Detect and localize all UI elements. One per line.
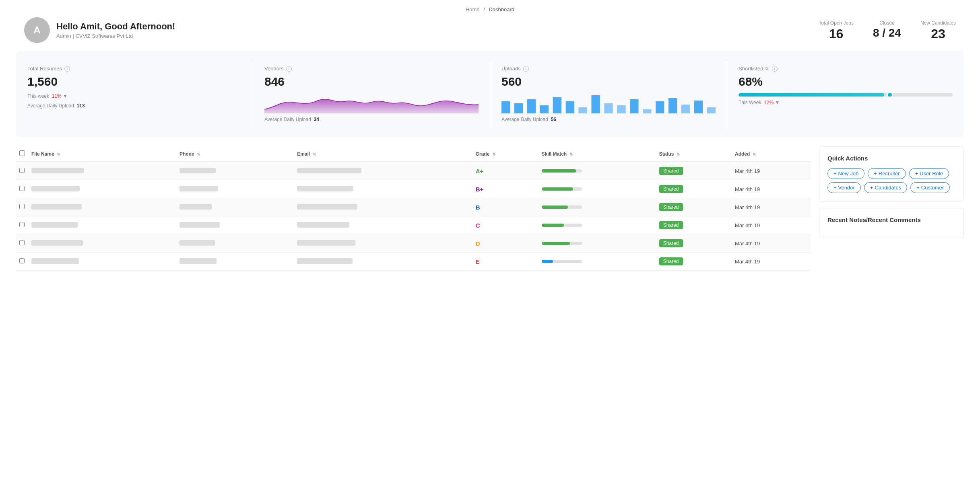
stat-closed: Closed 8 / 24 bbox=[873, 20, 901, 39]
cell-status-4[interactable]: Shared bbox=[656, 234, 732, 253]
stat-new-candidates: New Candidates 23 bbox=[920, 20, 956, 40]
svg-rect-3 bbox=[540, 105, 549, 113]
col-filename[interactable]: File Name ⇅ bbox=[28, 146, 176, 162]
cell-status-5[interactable]: Shared bbox=[656, 253, 732, 271]
row-checkbox-input-1[interactable] bbox=[19, 186, 25, 191]
cell-date-4: Mar 4th 19 bbox=[732, 234, 811, 253]
avatar: A bbox=[24, 17, 50, 43]
metric-info-icon-1[interactable]: i bbox=[286, 66, 292, 72]
metric-info-icon-3[interactable]: i bbox=[772, 66, 778, 72]
header-info: Hello Amit, Good Afternoon! Admin | CVVi… bbox=[56, 21, 175, 39]
metric-footer-3: This Week 12% ▼ bbox=[739, 100, 953, 105]
cell-filename-3 bbox=[28, 216, 176, 234]
metric-uploads: Uploads i 560 bbox=[490, 59, 727, 129]
stat-label-2: New Candidates bbox=[920, 20, 956, 26]
cell-email-4 bbox=[294, 234, 472, 253]
col-phone[interactable]: Phone ⇅ bbox=[176, 146, 294, 162]
table-row: B+ Shared Mar 4th 19 bbox=[16, 180, 811, 198]
cell-filename-2 bbox=[28, 198, 176, 216]
header: A Hello Amit, Good Afternoon! Admin | CV… bbox=[8, 17, 972, 43]
btn-candidates[interactable]: + Candidates bbox=[864, 182, 907, 193]
cell-filename-0 bbox=[28, 162, 176, 180]
cell-status-2[interactable]: Shared bbox=[656, 198, 732, 216]
cell-email-0 bbox=[294, 162, 472, 180]
plus-icon: + bbox=[915, 171, 918, 177]
cell-status-3[interactable]: Shared bbox=[656, 216, 732, 234]
recent-notes-card: Recent Notes/Recent Comments bbox=[819, 208, 964, 238]
quick-actions-title: Quick Actions bbox=[827, 155, 955, 162]
svg-rect-16 bbox=[707, 107, 716, 113]
col-grade[interactable]: Grade ⇅ bbox=[472, 146, 538, 162]
breadcrumb-home[interactable]: Home bbox=[466, 6, 480, 12]
cell-email-2 bbox=[294, 198, 472, 216]
metric-vendors: Vendors i 846 Average Daily Uplo bbox=[253, 59, 490, 129]
cell-date-5: Mar 4th 19 bbox=[732, 253, 811, 271]
metric-footer-0: This week 11% ▼ bbox=[27, 93, 241, 99]
row-checkbox-input-3[interactable] bbox=[19, 222, 25, 227]
cell-filename-4 bbox=[28, 234, 176, 253]
row-checkbox-1[interactable] bbox=[16, 180, 28, 198]
plus-icon: + bbox=[834, 171, 837, 177]
svg-rect-9 bbox=[617, 105, 625, 113]
shortlisted-progress bbox=[739, 93, 953, 97]
select-all-col[interactable] bbox=[16, 146, 28, 162]
svg-rect-6 bbox=[579, 107, 587, 113]
header-left: A Hello Amit, Good Afternoon! Admin | CV… bbox=[24, 17, 175, 43]
metric-title-2: Uploads i bbox=[501, 66, 716, 72]
plus-icon: + bbox=[834, 185, 837, 191]
btn-user-role[interactable]: + User Role bbox=[909, 168, 949, 179]
btn-recruiter[interactable]: + Recruiter bbox=[868, 168, 906, 179]
cell-email-5 bbox=[294, 253, 472, 271]
metric-title-0: Total Resumes i bbox=[27, 66, 241, 72]
btn-vendor[interactable]: + Vendor bbox=[827, 182, 861, 193]
week-change-3: 12% bbox=[764, 100, 774, 105]
plus-icon: + bbox=[874, 171, 877, 177]
btn-new-job[interactable]: + New Job bbox=[827, 168, 864, 179]
breadcrumb-current: Dashboard bbox=[489, 6, 514, 12]
svg-rect-4 bbox=[553, 97, 561, 113]
greeting-text: Hello Amit, Good Afternoon! bbox=[56, 21, 175, 32]
cell-status-1[interactable]: Shared bbox=[656, 180, 732, 198]
header-subtitle: Admin | CVViZ Softwares Pvt Ltd bbox=[56, 33, 175, 39]
page-wrapper: Home / Dashboard A Hello Amit, Good Afte… bbox=[0, 0, 980, 485]
svg-rect-8 bbox=[604, 103, 613, 113]
metric-value-1: 846 bbox=[264, 75, 479, 88]
row-checkbox-2[interactable] bbox=[16, 198, 28, 216]
metric-shortlisted: Shortlisted % i 68% This Week 12% ▼ bbox=[727, 59, 964, 129]
svg-rect-11 bbox=[643, 109, 651, 113]
cell-grade-4: D bbox=[472, 234, 538, 253]
metric-value-3: 68% bbox=[739, 75, 953, 88]
cell-skill-4 bbox=[538, 234, 656, 253]
cell-skill-5 bbox=[538, 253, 656, 271]
row-checkbox-3[interactable] bbox=[16, 216, 28, 234]
metric-info-icon-2[interactable]: i bbox=[523, 66, 529, 72]
cell-status-0[interactable]: Shared bbox=[656, 162, 732, 180]
row-checkbox-input-4[interactable] bbox=[19, 240, 25, 245]
row-checkbox-0[interactable] bbox=[16, 162, 28, 180]
resume-table: File Name ⇅ Phone ⇅ Email ⇅ Grade ⇅ Skil… bbox=[16, 146, 811, 271]
svg-rect-13 bbox=[668, 98, 677, 113]
action-buttons-container: + New Job+ Recruiter+ User Role+ Vendor+… bbox=[827, 168, 955, 193]
col-email[interactable]: Email ⇅ bbox=[294, 146, 472, 162]
row-checkbox-input-2[interactable] bbox=[19, 204, 25, 209]
cell-phone-0 bbox=[176, 162, 294, 180]
row-checkbox-4[interactable] bbox=[16, 234, 28, 253]
row-checkbox-input-5[interactable] bbox=[19, 258, 25, 263]
col-status[interactable]: Status ⇅ bbox=[656, 146, 732, 162]
stat-value-1: 8 / 24 bbox=[873, 27, 901, 39]
svg-rect-0 bbox=[501, 101, 510, 113]
svg-rect-7 bbox=[591, 95, 600, 113]
select-all-checkbox[interactable] bbox=[19, 150, 25, 156]
metric-value-2: 560 bbox=[501, 75, 716, 88]
cell-email-1 bbox=[294, 180, 472, 198]
btn-customer[interactable]: + Customer bbox=[910, 182, 950, 193]
row-checkbox-5[interactable] bbox=[16, 253, 28, 271]
cell-grade-2: B bbox=[472, 198, 538, 216]
row-checkbox-input-0[interactable] bbox=[19, 168, 25, 173]
cell-phone-3 bbox=[176, 216, 294, 234]
svg-rect-10 bbox=[630, 99, 638, 113]
cell-date-1: Mar 4th 19 bbox=[732, 180, 811, 198]
col-added[interactable]: Added ⇅ bbox=[732, 146, 811, 162]
col-skillmatch[interactable]: Skill Match ⇅ bbox=[538, 146, 656, 162]
metric-info-icon-0[interactable]: i bbox=[64, 66, 70, 72]
